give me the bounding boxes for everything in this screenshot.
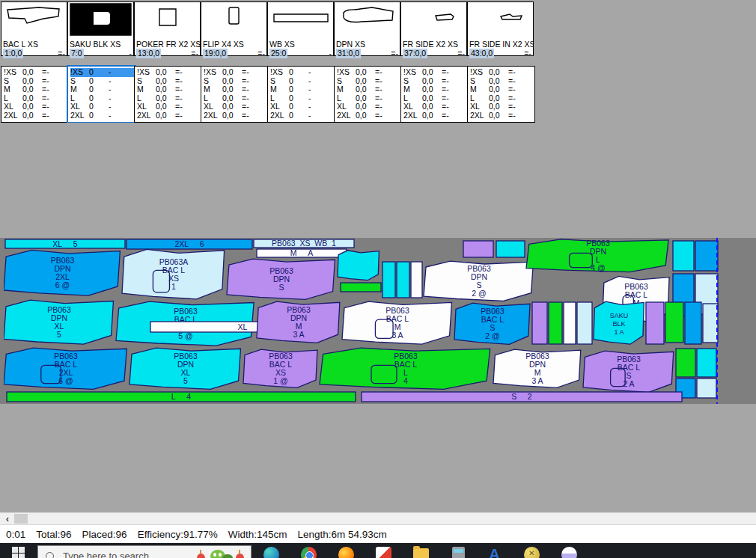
marker-piece[interactable]: PB063DPNXL5 xyxy=(4,300,114,344)
size-row[interactable]: S0,0=- xyxy=(137,77,201,86)
size-row[interactable]: S0,0=- xyxy=(337,77,401,86)
size-table[interactable]: !XS0,0=-S0,0=-M0,0=-L0,0=-XL0,0=-2XL0,0=… xyxy=(201,66,269,123)
size-row[interactable]: XL0,0=- xyxy=(403,102,468,111)
size-row[interactable]: XL0,0=- xyxy=(137,102,201,111)
size-row[interactable]: !XS0,0=- xyxy=(337,68,401,77)
marker-piece[interactable]: PB063BAC LS2 @ xyxy=(454,303,530,344)
marker-piece[interactable] xyxy=(341,283,381,292)
marker-piece[interactable] xyxy=(549,302,562,344)
scroll-left-button[interactable]: ‹ xyxy=(1,514,13,524)
size-row[interactable]: M0,0=- xyxy=(4,85,68,94)
size-row[interactable]: !XS0,0=- xyxy=(403,68,468,77)
firefox-taskbar-icon[interactable] xyxy=(338,547,354,558)
size-table[interactable]: !XS0,0=-S0,0=-M0,0=-L0,0=-XL0,0=-2XL0,0=… xyxy=(134,66,202,123)
marker-piece[interactable]: PB063 XS WB 1 xyxy=(254,239,354,248)
marker-piece[interactable]: PB063BAC LS2 A xyxy=(583,351,674,392)
size-row[interactable]: XL0,0=- xyxy=(470,102,534,111)
size-row[interactable]: S0,0=- xyxy=(403,77,468,86)
marker-piece[interactable] xyxy=(676,349,695,377)
marker-piece[interactable] xyxy=(685,302,701,344)
marker-piece[interactable]: PB063DPNM3 A xyxy=(257,301,340,343)
marker-piece[interactable] xyxy=(695,241,718,271)
size-row[interactable]: M0,0=- xyxy=(470,85,534,94)
size-row[interactable]: 2XL0,0=- xyxy=(337,111,401,120)
marker-piece[interactable] xyxy=(646,302,664,344)
marker-piece[interactable] xyxy=(665,302,683,343)
marker-piece[interactable]: PB063DPNM3 A xyxy=(493,349,581,387)
marker-piece[interactable] xyxy=(673,241,694,271)
marker-piece[interactable]: M A xyxy=(257,248,347,257)
size-table[interactable]: !XS0,0=-S0,0=-M0,0=-L0,0=-XL0,0=-2XL0,0=… xyxy=(334,66,402,123)
worda-taskbar-icon[interactable]: A xyxy=(487,547,502,558)
marker-piece[interactable]: PB063DPNXL5 xyxy=(129,348,241,389)
msg-taskbar-icon[interactable] xyxy=(524,547,540,558)
size-table[interactable]: !XS0-S0-M0-L0-XL0-2XL0- xyxy=(267,66,335,123)
piece-card[interactable]: WB XS25:0- xyxy=(267,1,334,56)
marker-piece[interactable] xyxy=(697,349,716,377)
marker-piece[interactable]: L 4 xyxy=(7,392,356,402)
marker-piece[interactable]: PB063BAC L2XL6 @ xyxy=(4,348,126,389)
marker-piece[interactable] xyxy=(703,304,718,343)
size-table[interactable]: !XS0-S0-M0-L0-XL0-2XL0- xyxy=(67,65,136,123)
marker-piece[interactable] xyxy=(411,262,422,298)
size-row[interactable]: !XS0,0=- xyxy=(204,68,268,77)
marker-piece[interactable] xyxy=(496,241,525,257)
cad-taskbar-icon[interactable] xyxy=(376,547,391,558)
size-row[interactable]: M0,0=- xyxy=(403,85,468,94)
marker-piece[interactable]: PB063BAC LL4 xyxy=(320,348,490,389)
taskbar-search[interactable] xyxy=(37,545,252,558)
marker-workspace[interactable]: XL 52XL 6PB063 XS WB 1M APB063DPN2XL6 @P… xyxy=(0,123,756,512)
piece-card[interactable]: FR SIDE IN X2 XS43:0,0=- xyxy=(467,1,534,56)
size-row[interactable]: 2XL0- xyxy=(70,111,135,120)
size-row[interactable]: !XS0- xyxy=(270,68,335,77)
size-row[interactable]: 2XL0,0=- xyxy=(4,111,68,120)
size-table[interactable]: !XS0,0=-S0,0=-M0,0=-L0,0=-XL0,0=-2XL0,0=… xyxy=(1,66,69,123)
size-row[interactable]: M0,0=- xyxy=(204,85,268,94)
pura-taskbar-icon[interactable] xyxy=(561,547,577,558)
size-row[interactable]: XL0,0=- xyxy=(337,102,401,111)
size-row[interactable]: !XS0,0=- xyxy=(470,68,534,77)
size-row[interactable]: M0,0=- xyxy=(337,85,401,94)
size-row[interactable]: XL0- xyxy=(270,102,335,111)
marker-piece[interactable] xyxy=(532,302,547,344)
marker-piece[interactable]: PB063BAC LM3 A xyxy=(342,301,452,344)
size-row[interactable]: 2XL0,0=- xyxy=(470,111,534,120)
marker-piece[interactable]: PB063DPNL4 @ xyxy=(526,239,668,272)
size-row[interactable]: 2XL0- xyxy=(270,111,335,120)
size-row[interactable]: M0- xyxy=(70,85,135,94)
size-row[interactable]: !XS0,0=- xyxy=(4,68,68,77)
marker-piece[interactable]: PB063ABAC LXS1 xyxy=(122,249,225,299)
size-row[interactable]: S0- xyxy=(270,77,335,86)
edge-taskbar-icon[interactable] xyxy=(263,547,279,558)
piece-card[interactable]: FR SIDE X2 XS37:0,0=- xyxy=(400,1,467,56)
size-row[interactable]: S0,0=- xyxy=(204,77,268,86)
marker-piece[interactable] xyxy=(564,302,576,344)
size-row[interactable]: S0- xyxy=(70,77,135,86)
chrome-taskbar-icon[interactable] xyxy=(301,547,317,558)
marker-piece[interactable] xyxy=(463,241,493,257)
size-row[interactable]: S0,0=- xyxy=(470,77,534,86)
marker-piece[interactable]: PB063DPNS2 @ xyxy=(424,261,534,301)
marker-piece[interactable] xyxy=(382,262,395,298)
windows-start-button[interactable] xyxy=(12,547,25,558)
size-row[interactable]: XL0,0=- xyxy=(4,102,68,111)
size-row[interactable]: M0- xyxy=(270,85,335,94)
marker-piece[interactable]: 2XL 6 xyxy=(126,239,252,249)
marker-piece[interactable] xyxy=(397,262,409,298)
horizontal-scrollbar[interactable]: ‹ xyxy=(0,512,756,524)
marker-piece[interactable]: XL 5 xyxy=(5,239,125,249)
piece-card[interactable]: BAC L XS1:0,0=- xyxy=(1,1,67,56)
marker-piece[interactable] xyxy=(577,302,592,344)
folder-taskbar-icon[interactable] xyxy=(413,548,429,558)
size-row[interactable]: 2XL0,0=- xyxy=(403,111,468,120)
scrollbar-thumb[interactable] xyxy=(14,514,28,524)
size-table[interactable]: !XS0,0=-S0,0=-M0,0=-L0,0=-XL0,0=-2XL0,0=… xyxy=(400,66,469,123)
marker-piece[interactable] xyxy=(338,251,379,280)
size-row[interactable]: XL0- xyxy=(70,102,135,111)
size-row[interactable]: XL0,0=- xyxy=(204,102,268,111)
piece-card[interactable]: POKER FR X2 XS13:0,0=- xyxy=(134,1,201,56)
marker-piece[interactable] xyxy=(697,378,716,398)
marker-piece[interactable]: S 2 xyxy=(362,392,682,402)
marker-piece[interactable]: PB063DPN2XL6 @ xyxy=(4,250,120,295)
marker-piece[interactable]: PB063DPNS xyxy=(227,259,335,299)
